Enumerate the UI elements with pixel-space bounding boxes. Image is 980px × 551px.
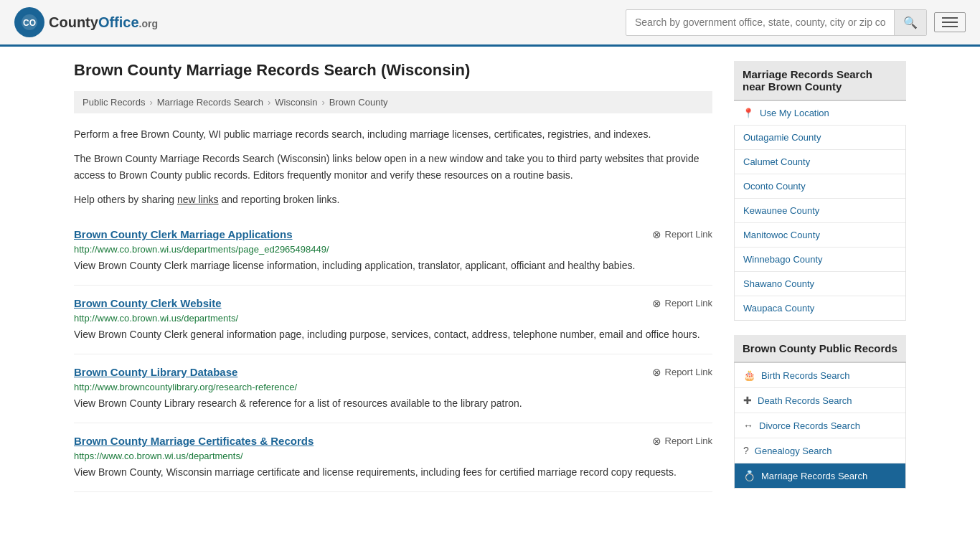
result-item: Brown County Marriage Certificates & Rec… [74, 423, 712, 492]
result-url: https://www.co.brown.wi.us/departments/ [74, 451, 712, 461]
breadcrumb-public-records[interactable]: Public Records [83, 97, 145, 108]
public-records-link[interactable]: ?Genealogy Search [735, 438, 905, 463]
result-url: http://www.browncountylibrary.org/resear… [74, 382, 712, 392]
nearby-county-item: Oconto County [735, 174, 905, 199]
report-link-icon: ⊗ [652, 366, 661, 379]
header-search-button[interactable]: 🔍 [894, 10, 926, 35]
menu-button[interactable] [934, 12, 966, 32]
breadcrumb-sep-3: › [322, 97, 325, 108]
public-records-item: ✚Death Records Search [735, 388, 905, 413]
public-records-heading: Brown County Public Records [734, 335, 906, 363]
site-header: CO CountyOffice.org 🔍 [0, 0, 980, 47]
results-list: Brown County Clerk Marriage Applications… [74, 217, 712, 492]
result-desc: View Brown County Library research & ref… [74, 396, 712, 411]
nearby-county-link[interactable]: Outagamie County [735, 126, 905, 149]
nearby-section: Marriage Records Search near Brown Count… [734, 61, 906, 321]
intro-3-post: and reporting broken links. [219, 194, 340, 205]
public-records-icon: 🎂 [743, 369, 755, 381]
nearby-county-link[interactable]: Shawano County [735, 272, 905, 296]
logo-text: CountyOffice.org [49, 14, 158, 31]
public-records-label: Genealogy Search [755, 446, 832, 456]
nearby-heading: Marriage Records Search near Brown Count… [734, 61, 906, 101]
svg-text:CO: CO [23, 18, 36, 28]
report-link-icon: ⊗ [652, 297, 661, 310]
result-url: http://www.co.brown.wi.us/departments/pa… [74, 244, 712, 255]
result-desc: View Brown County, Wisconsin marriage ce… [74, 465, 712, 480]
nearby-county-link[interactable]: Kewaunee County [735, 199, 905, 222]
report-link-label: Report Link [665, 435, 712, 446]
result-link[interactable]: Brown County Clerk Website [74, 297, 222, 309]
nearby-county-link[interactable]: Manitowoc County [735, 223, 905, 247]
result-item: Brown County Clerk Website ⊗ Report Link… [74, 286, 712, 354]
result-title: Brown County Clerk Marriage Applications [74, 228, 293, 240]
intro-paragraph-1: Perform a free Brown County, WI public m… [74, 126, 712, 142]
use-my-location-link[interactable]: 📍 Use My Location [734, 101, 906, 126]
report-link[interactable]: ⊗ Report Link [652, 228, 712, 241]
result-link[interactable]: Brown County Marriage Certificates & Rec… [74, 435, 314, 447]
breadcrumb-brown-county[interactable]: Brown County [329, 97, 388, 108]
page-title: Brown County Marriage Records Search (Wi… [74, 61, 712, 80]
result-url: http://www.co.brown.wi.us/departments/ [74, 313, 712, 324]
logo-icon: CO [14, 7, 44, 37]
public-records-label: Marriage Records Search [761, 471, 867, 481]
nearby-county-item: Waupaca County [735, 296, 905, 320]
report-link[interactable]: ⊗ Report Link [652, 435, 712, 448]
breadcrumb: Public Records › Marriage Records Search… [74, 91, 712, 113]
page-wrapper: Brown County Marriage Records Search (Wi… [60, 47, 920, 517]
nearby-county-item: Calumet County [735, 150, 905, 174]
public-records-item: ?Genealogy Search [735, 438, 905, 463]
nearby-county-list: Outagamie CountyCalumet CountyOconto Cou… [734, 126, 906, 321]
nearby-county-item: Outagamie County [735, 126, 905, 150]
report-link-icon: ⊗ [652, 435, 661, 448]
use-my-location-label: Use My Location [760, 108, 829, 118]
intro-3-pre: Help others by sharing [74, 194, 177, 205]
result-header: Brown County Library Database ⊗ Report L… [74, 366, 712, 379]
report-link-label: Report Link [665, 367, 712, 377]
report-link-label: Report Link [665, 229, 712, 240]
public-records-section: Brown County Public Records 🎂Birth Recor… [734, 335, 906, 489]
public-records-link[interactable]: 🎂Birth Records Search [735, 363, 905, 387]
result-item: Brown County Library Database ⊗ Report L… [74, 354, 712, 423]
breadcrumb-marriage-records[interactable]: Marriage Records Search [157, 97, 263, 108]
sidebar: Marriage Records Search near Brown Count… [734, 61, 906, 503]
logo-area: CO CountyOffice.org [14, 7, 158, 37]
public-records-link[interactable]: 💍Marriage Records Search [735, 463, 905, 488]
main-content: Brown County Marriage Records Search (Wi… [74, 61, 712, 503]
new-links-link[interactable]: new links [177, 194, 219, 205]
breadcrumb-sep-2: › [268, 97, 270, 108]
public-records-label: Birth Records Search [761, 370, 850, 381]
nearby-county-link[interactable]: Calumet County [735, 150, 905, 174]
report-link-icon: ⊗ [652, 228, 661, 241]
nearby-county-link[interactable]: Winnebago County [735, 248, 905, 271]
result-header: Brown County Clerk Website ⊗ Report Link [74, 297, 712, 310]
result-header: Brown County Clerk Marriage Applications… [74, 228, 712, 241]
public-records-icon: 💍 [743, 470, 755, 481]
intro-paragraph-2: The Brown County Marriage Records Search… [74, 151, 712, 183]
result-link[interactable]: Brown County Clerk Marriage Applications [74, 228, 293, 240]
report-link-label: Report Link [665, 298, 712, 309]
public-records-icon: ↔ [743, 420, 753, 431]
result-header: Brown County Marriage Certificates & Rec… [74, 435, 712, 448]
public-records-link[interactable]: ✚Death Records Search [735, 388, 905, 413]
nearby-county-link[interactable]: Waupaca County [735, 296, 905, 320]
result-item: Brown County Clerk Marriage Applications… [74, 217, 712, 286]
header-search-input[interactable] [626, 11, 894, 34]
nearby-county-link[interactable]: Oconto County [735, 174, 905, 198]
location-pin-icon: 📍 [743, 108, 754, 118]
public-records-link[interactable]: ↔Divorce Records Search [735, 413, 905, 438]
report-link[interactable]: ⊗ Report Link [652, 366, 712, 379]
public-records-item: ↔Divorce Records Search [735, 413, 905, 438]
header-right: 🔍 [626, 9, 966, 36]
public-records-icon: ? [743, 445, 749, 456]
breadcrumb-wisconsin[interactable]: Wisconsin [275, 97, 317, 108]
intro-paragraph-3: Help others by sharing new links and rep… [74, 192, 712, 207]
nearby-county-item: Winnebago County [735, 248, 905, 272]
public-records-icon: ✚ [743, 395, 752, 406]
nearby-county-item: Shawano County [735, 272, 905, 296]
nearby-county-item: Manitowoc County [735, 223, 905, 248]
result-link[interactable]: Brown County Library Database [74, 366, 237, 378]
report-link[interactable]: ⊗ Report Link [652, 297, 712, 310]
public-records-item: 🎂Birth Records Search [735, 363, 905, 388]
result-title: Brown County Marriage Certificates & Rec… [74, 435, 314, 447]
header-search-bar: 🔍 [626, 9, 927, 36]
